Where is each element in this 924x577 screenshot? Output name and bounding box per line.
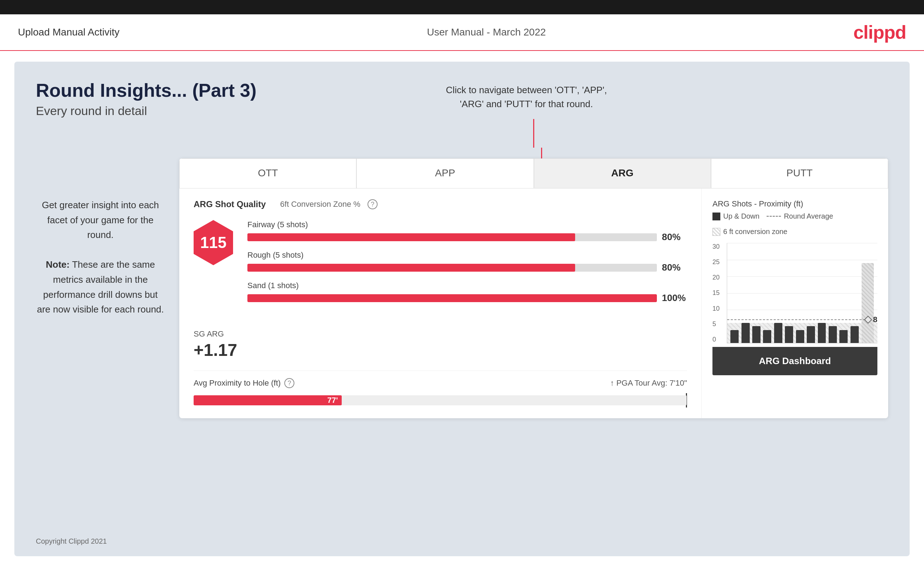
legend-6ft: 6 ft conversion zone [712, 227, 787, 236]
panel-body: ARG Shot Quality 6ft Conversion Zone % ?… [179, 189, 888, 418]
left-description: Get greater insight into each facet of y… [36, 198, 165, 317]
chart-bar-7 [796, 330, 804, 343]
prox-value: 77' [327, 396, 338, 405]
bar-col-5 [774, 243, 783, 343]
dashed-value: 8 [873, 315, 877, 324]
bar-col-8 [806, 243, 815, 343]
chart-bar-3 [752, 326, 761, 343]
bar-col-9 [817, 243, 826, 343]
chart-legend: Up & Down Round Average 6 ft conversion … [712, 212, 877, 236]
proximity-bar-row: 77' [194, 393, 687, 408]
legend-up-down-icon [712, 213, 720, 221]
rough-bar-track [247, 264, 657, 272]
rough-label: Rough (5 shots) [247, 250, 687, 260]
dashed-line-inner [727, 319, 865, 320]
bar-col-12 [850, 243, 859, 343]
hexagon-number: 115 [200, 234, 226, 251]
y-label-20: 20 [712, 274, 720, 281]
bar-col-11 [839, 243, 848, 343]
chart-bar-10 [829, 326, 837, 343]
rough-pct: 80% [662, 262, 687, 273]
bar-col-2 [741, 243, 750, 343]
arg-section-header: ARG Shot Quality 6ft Conversion Zone % ? [194, 199, 687, 209]
proximity-info-icon[interactable]: ? [284, 378, 294, 388]
info-icon[interactable]: ? [368, 199, 378, 209]
arg-dashboard-button[interactable]: ARG Dashboard [712, 347, 877, 375]
sg-section: SG ARG +1.17 [194, 322, 687, 360]
tab-arg[interactable]: ARG [534, 158, 711, 188]
proximity-section: Avg Proximity to Hole (ft) ? ↑ PGA Tour … [194, 371, 687, 408]
y-label-0: 0 [712, 336, 720, 343]
legend-up-down: Up & Down [712, 212, 759, 221]
bar-col-4 [762, 243, 772, 343]
fairway-bar-track [247, 233, 657, 241]
legend-round-avg: Round Average [767, 212, 833, 221]
sand-label: Sand (1 shots) [247, 281, 687, 290]
chart-bar-9 [818, 323, 826, 343]
bar-col-7 [795, 243, 804, 343]
main-panel: OTT APP ARG PUTT ARG Shot Quality 6ft Co… [179, 158, 888, 418]
chart-bar-13 [862, 263, 874, 343]
rough-bar-fill [247, 264, 575, 272]
bars-container [727, 243, 877, 343]
prox-bar-fill: 77' [194, 395, 342, 405]
proximity-header: Avg Proximity to Hole (ft) ? ↑ PGA Tour … [194, 378, 687, 388]
bar-col-10 [828, 243, 837, 343]
proximity-label: Avg Proximity to Hole (ft) ? [194, 378, 294, 388]
chart-bar-4 [763, 330, 771, 343]
chart-wrapper: 30 25 20 15 10 5 0 [727, 243, 877, 343]
y-label-30: 30 [712, 243, 720, 250]
fairway-label: Fairway (5 shots) [247, 220, 687, 229]
tab-ott[interactable]: OTT [179, 158, 356, 188]
chart-title: ARG Shots - Proximity (ft) [712, 199, 877, 209]
y-label-15: 15 [712, 289, 720, 297]
tab-bar: OTT APP ARG PUTT [179, 158, 888, 189]
chart-bar-5 [774, 323, 782, 343]
bar-col-13 [861, 243, 874, 343]
legend-6ft-label: 6 ft conversion zone [723, 227, 787, 236]
main-content: Round Insights... (Part 3) Every round i… [15, 62, 909, 556]
chart-bar-11 [839, 330, 848, 343]
note-label: Note: [46, 259, 69, 270]
arrow-indicator [526, 119, 541, 148]
sand-bar-fill [247, 294, 657, 302]
clippd-logo: clippd [853, 21, 906, 43]
legend-dashed-icon [767, 216, 781, 217]
y-label-25: 25 [712, 258, 720, 266]
nav-hint: Click to navigate between 'OTT', 'APP', … [446, 83, 607, 111]
bar-col-3 [752, 243, 761, 343]
y-label-5: 5 [712, 321, 720, 328]
legend-round-avg-label: Round Average [784, 212, 833, 221]
panel-right: ARG Shots - Proximity (ft) Up & Down Rou… [702, 189, 888, 418]
chart-header: ARG Shots - Proximity (ft) Up & Down Rou… [712, 199, 877, 236]
hexagon-section: 115 Fairway (5 shots) 80% [194, 220, 687, 311]
arg-shot-quality-title: ARG Shot Quality [194, 199, 266, 209]
user-manual-date: User Manual - March 2022 [427, 26, 546, 38]
dashed-diamond [864, 316, 872, 324]
sg-label: SG ARG [194, 329, 687, 338]
shot-quality-bars: Fairway (5 shots) 80% Rough (5 shots) [247, 220, 687, 311]
fairway-bar-fill [247, 233, 575, 241]
tab-putt[interactable]: PUTT [711, 158, 888, 188]
header: Upload Manual Activity User Manual - Mar… [0, 15, 924, 51]
shot-row-rough: Rough (5 shots) 80% [247, 250, 687, 273]
top-bar [0, 0, 924, 15]
y-label-10: 10 [712, 305, 720, 313]
bar-col-6 [785, 243, 793, 343]
chart-bar-6 [785, 326, 793, 343]
legend-hatched-icon [712, 228, 720, 236]
chart-bar-2 [741, 323, 750, 343]
prox-bar-track: 77' [194, 395, 687, 405]
panel-left: ARG Shot Quality 6ft Conversion Zone % ?… [179, 189, 702, 418]
sand-bar-track [247, 294, 657, 302]
shot-row-fairway: Fairway (5 shots) 80% [247, 220, 687, 243]
upload-manual-label: Upload Manual Activity [18, 26, 120, 38]
y-axis-labels: 30 25 20 15 10 5 0 [712, 243, 720, 343]
dashed-line: 8 [727, 315, 877, 324]
legend-up-down-label: Up & Down [723, 212, 759, 221]
chart-bar-8 [807, 326, 815, 343]
score-hexagon: 115 [194, 220, 233, 265]
six-ft-label: 6ft Conversion Zone % [280, 200, 360, 209]
chart-bar-12 [850, 326, 859, 343]
tab-app[interactable]: APP [356, 158, 533, 188]
